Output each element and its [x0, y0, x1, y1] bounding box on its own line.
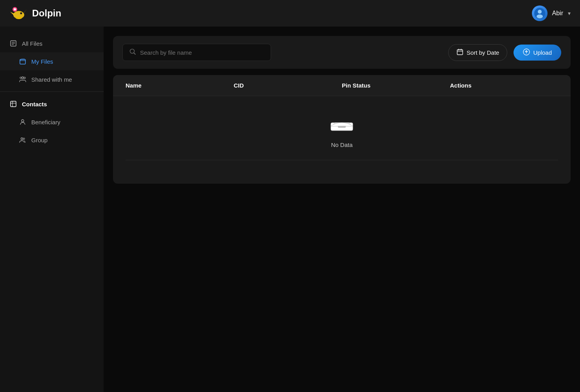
- logo-icon: [9, 4, 28, 23]
- sort-button[interactable]: Sort by Date: [448, 44, 507, 61]
- search-wrapper[interactable]: [122, 44, 271, 61]
- search-input[interactable]: [140, 49, 264, 56]
- all-files-icon: [9, 40, 17, 47]
- svg-rect-14: [20, 59, 25, 64]
- svg-point-8: [538, 10, 542, 14]
- my-files-label: My Files: [31, 58, 53, 65]
- controls-bar: Sort by Date Upload: [113, 36, 571, 69]
- sort-label: Sort by Date: [467, 49, 499, 56]
- svg-point-21: [22, 120, 24, 122]
- shared-with-me-label: Shared with me: [31, 76, 72, 83]
- upload-icon: [523, 48, 530, 57]
- group-icon: [19, 136, 27, 143]
- svg-point-6: [14, 8, 16, 11]
- logo: Dolpin: [9, 4, 61, 23]
- main-content: Sort by Date Upload Name: [104, 27, 580, 392]
- contacts-icon: [9, 100, 17, 107]
- files-table: Name CID Pin Status Actions: [113, 75, 571, 184]
- column-actions: Actions: [450, 82, 558, 89]
- svg-point-16: [24, 77, 25, 79]
- upload-button[interactable]: Upload: [514, 45, 561, 61]
- column-name: Name: [126, 82, 234, 89]
- sidebar-item-contacts[interactable]: Contacts: [0, 95, 104, 113]
- user-name-label: Abir: [552, 10, 563, 17]
- svg-line-25: [134, 53, 136, 55]
- app-header: Dolpin Abir ▾: [0, 0, 580, 27]
- svg-point-17: [20, 77, 22, 79]
- empty-state: No Data: [329, 112, 354, 148]
- sidebar-item-beneficiary[interactable]: Beneficiary: [0, 113, 104, 131]
- beneficiary-label: Beneficiary: [31, 119, 60, 125]
- no-data-icon: [329, 112, 354, 137]
- main-layout: All Files My Files Shared: [0, 27, 580, 392]
- calendar-icon: [456, 48, 463, 57]
- no-data-text: No Data: [331, 141, 352, 148]
- svg-point-23: [23, 138, 25, 140]
- user-menu[interactable]: Abir ▾: [532, 5, 571, 21]
- svg-point-24: [130, 49, 135, 54]
- app-name: Dolpin: [32, 8, 61, 19]
- sidebar-item-my-files[interactable]: My Files: [0, 52, 104, 70]
- sidebar-item-group[interactable]: Group: [0, 131, 104, 149]
- table-header: Name CID Pin Status Actions: [113, 75, 571, 96]
- svg-point-4: [16, 17, 22, 19]
- user-menu-chevron[interactable]: ▾: [568, 10, 571, 16]
- svg-point-3: [20, 13, 22, 14]
- avatar: [532, 5, 548, 21]
- column-cid: CID: [234, 82, 342, 89]
- sidebar-divider-1: [0, 91, 104, 92]
- sidebar: All Files My Files Shared: [0, 27, 104, 392]
- sidebar-item-all-files[interactable]: All Files: [0, 34, 104, 52]
- table-body: No Data: [113, 96, 571, 184]
- column-pin-status: Pin Status: [342, 82, 450, 89]
- beneficiary-icon: [19, 118, 27, 125]
- svg-marker-2: [23, 9, 27, 13]
- contacts-label: Contacts: [22, 101, 47, 107]
- search-icon: [129, 48, 136, 57]
- shared-icon: [19, 76, 27, 83]
- table-footer-divider: [126, 160, 558, 160]
- sidebar-item-shared-with-me[interactable]: Shared with me: [0, 70, 104, 88]
- svg-point-15: [22, 77, 24, 79]
- my-files-icon: [19, 58, 27, 65]
- svg-point-22: [21, 138, 23, 140]
- upload-label: Upload: [533, 49, 552, 56]
- all-files-label: All Files: [22, 40, 43, 47]
- svg-rect-26: [457, 50, 463, 55]
- group-label: Group: [31, 137, 48, 143]
- svg-point-9: [537, 14, 543, 18]
- svg-rect-18: [11, 101, 16, 107]
- controls-right: Sort by Date Upload: [448, 44, 561, 61]
